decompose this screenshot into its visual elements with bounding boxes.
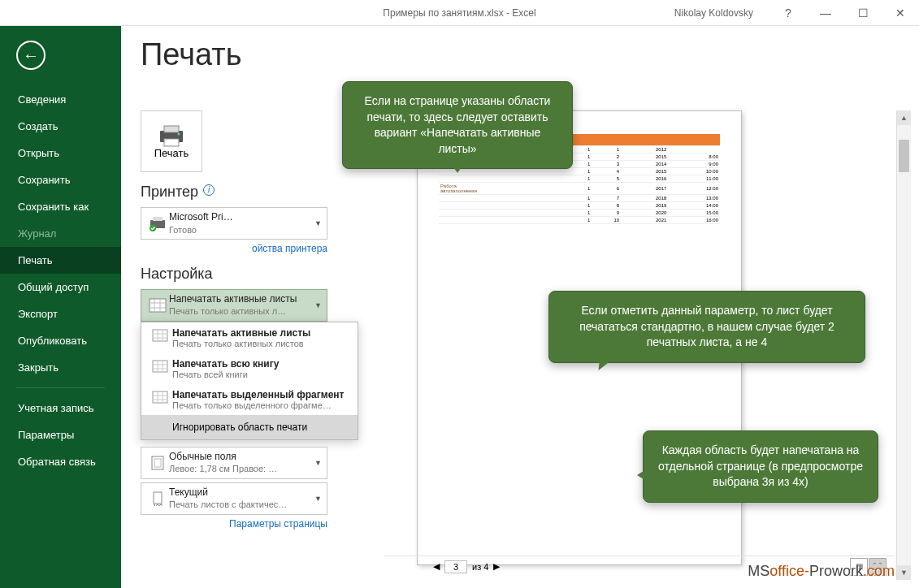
nav-item-6[interactable]: Печать	[0, 247, 121, 274]
flyout-item-1[interactable]: Напечатать всю книгуПечать всей книги	[141, 353, 358, 384]
sheet-icon	[148, 389, 172, 404]
nav-item-7[interactable]: Общий доступ	[0, 274, 121, 300]
chevron-down-icon: ▼	[314, 495, 322, 503]
nav-lower-item-1[interactable]: Параметры	[0, 422, 121, 448]
nav-item-4[interactable]: Сохранить как	[0, 193, 121, 220]
minimize-button[interactable]: —	[807, 0, 844, 26]
tooltip-2: Если отметить данный параметр, то лист б…	[548, 291, 865, 363]
printer-status-icon	[146, 215, 169, 231]
svg-text:100: 100	[153, 504, 163, 506]
chevron-down-icon: ▼	[314, 459, 322, 467]
nav-item-0[interactable]: Сведения	[0, 86, 121, 113]
nav-item-2[interactable]: Открыть	[0, 140, 121, 166]
flyout-item-2[interactable]: Напечатать выделенный фрагментПечать тол…	[141, 384, 358, 415]
tooltip-1: Если на странице указаны области печати,…	[342, 81, 573, 169]
nav-item-1[interactable]: Создать	[0, 113, 121, 140]
page-count-label: из 4	[472, 562, 488, 572]
nav-item-3[interactable]: Сохранить	[0, 166, 121, 193]
page-number-input[interactable]	[444, 560, 467, 573]
close-button[interactable]: ✕	[882, 0, 919, 26]
nav-item-10[interactable]: Закрыть	[0, 354, 121, 381]
svg-rect-17	[153, 361, 167, 372]
nav-item-5[interactable]: Журнал	[0, 220, 121, 247]
next-page-button[interactable]: ▶	[493, 561, 500, 572]
svg-rect-12	[153, 330, 167, 341]
svg-rect-29	[154, 492, 162, 504]
user-name: Nikolay Koldovsky	[674, 7, 753, 19]
svg-point-6	[150, 225, 156, 231]
settings-heading: Настройка	[141, 266, 368, 283]
scale-icon: 100	[146, 491, 169, 506]
nav-lower-item-2[interactable]: Обратная связь	[0, 448, 121, 475]
svg-rect-1	[164, 126, 179, 132]
margins-dropdown[interactable]: Обычные поляЛевое: 1,78 см Правое: … ▼	[141, 447, 327, 479]
svg-rect-27	[152, 456, 163, 469]
print-what-flyout: Напечатать активные листыПечать только а…	[141, 322, 358, 440]
svg-rect-22	[153, 391, 167, 403]
nav-separator	[16, 387, 105, 388]
svg-rect-5	[153, 217, 163, 221]
print-button[interactable]: Печать	[141, 110, 202, 172]
printer-dropdown[interactable]: Microsoft Pri…Готово ▼	[141, 207, 327, 240]
info-icon[interactable]: i	[203, 184, 215, 196]
nav-lower-item-0[interactable]: Учетная запись	[0, 395, 121, 422]
scroll-thumb[interactable]	[899, 140, 909, 172]
svg-point-3	[178, 132, 180, 135]
svg-rect-2	[164, 139, 179, 146]
preview-scrollbar[interactable]: ▲ ▼	[896, 110, 911, 580]
back-button[interactable]: ←	[16, 41, 46, 70]
chevron-down-icon: ▼	[314, 301, 322, 309]
sheets-icon	[146, 298, 169, 313]
sheet-icon	[148, 358, 172, 373]
nav-item-9[interactable]: Опубликовать	[0, 327, 121, 354]
content-area: Печать Печать Принтер i Microsoft Pri…Го…	[121, 26, 919, 588]
print-what-dropdown[interactable]: Напечатать активные листыПечать только а…	[141, 289, 327, 322]
help-button[interactable]: ?	[769, 0, 807, 26]
ignore-print-area-option[interactable]: Игнорировать область печати	[141, 415, 358, 439]
printer-properties-link[interactable]: ойства принтера	[141, 243, 327, 254]
prev-page-button[interactable]: ◀	[433, 561, 440, 572]
backstage-sidebar: ← СведенияСоздатьОткрытьСохранитьСохрани…	[0, 26, 121, 588]
maximize-button[interactable]: ☐	[844, 0, 882, 26]
title-bar: Примеры по занятиям.xlsx - Excel Nikolay…	[0, 0, 919, 26]
page-title: Печать	[141, 37, 241, 72]
scroll-up-icon[interactable]: ▲	[897, 110, 911, 125]
nav-item-8[interactable]: Экспорт	[0, 300, 121, 327]
tooltip-3: Каждая область будет напечатана на отдел…	[643, 430, 878, 503]
printer-heading: Принтер	[141, 184, 198, 201]
sheet-icon	[148, 327, 172, 342]
margins-icon	[146, 456, 169, 470]
printer-icon	[157, 124, 186, 147]
chevron-down-icon: ▼	[314, 219, 322, 227]
flyout-item-0[interactable]: Напечатать активные листыПечать только а…	[141, 322, 358, 353]
window-controls: ? — ☐ ✕	[769, 0, 919, 26]
page-setup-link[interactable]: Параметры страницы	[141, 518, 327, 530]
watermark: MSoffice-Prowork.com	[748, 563, 895, 580]
svg-rect-7	[150, 299, 166, 312]
scroll-down-icon[interactable]: ▼	[897, 565, 911, 580]
scaling-dropdown[interactable]: 100 ТекущийПечать листов с фактичес… ▼	[141, 482, 327, 515]
